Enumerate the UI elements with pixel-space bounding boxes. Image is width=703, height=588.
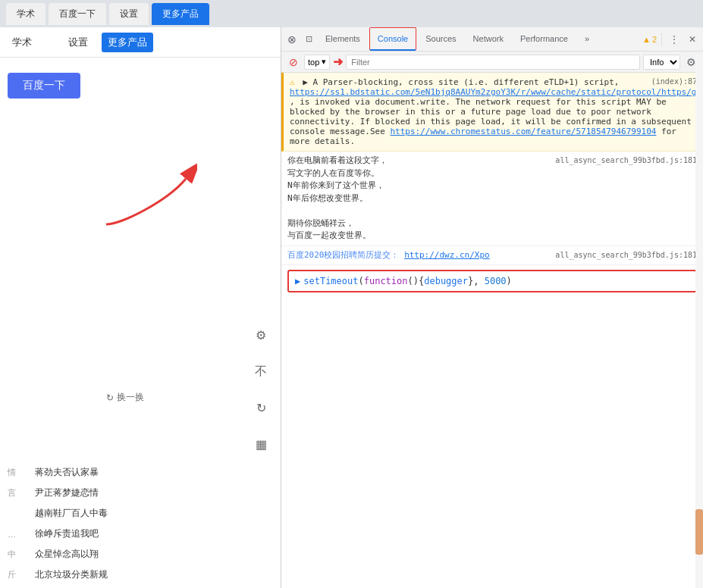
settings-icon-btn[interactable]: ⚙ [249, 323, 273, 347]
news-tag-0: 情 [8, 467, 29, 478]
log-level-select[interactable]: Info [643, 55, 680, 70]
news-title-4: 众星悼念高以翔 [35, 548, 273, 561]
devtools-scrollbar-thumb[interactable] [695, 509, 703, 555]
header-divider [661, 33, 662, 45]
baidu-search-button[interactable]: 百度一下 [8, 73, 80, 99]
console-output: ⚠ (index):87 ▶ A Parser-blocking, cross … [281, 73, 703, 588]
devtools-panel: ⊗ ⊡ Elements Console Sources Network Per… [281, 27, 703, 588]
news-list: 情 蒋劲夫否认家暴 言 尹正蒋梦婕恋情 越南鞋厂百人中毒 … 徐峥斥责追我吧 中 [0, 459, 281, 588]
devtools-menu-icon[interactable]: ⋮ [667, 32, 682, 47]
tab-academic[interactable]: 学术 [6, 3, 46, 25]
debugger-keyword: debugger [424, 276, 468, 286]
page-nav-more[interactable]: 更多产品 [102, 33, 153, 52]
context-dropdown-icon: ▾ [322, 57, 326, 67]
devtools-header-icons: ▲ 2 ⋮ ✕ [642, 32, 700, 47]
devtools-tab-elements[interactable]: Elements [318, 27, 368, 51]
tab-settings[interactable]: 设置 [109, 3, 149, 25]
warning-triangle-icon: ▲ [642, 35, 651, 44]
console-text-baidu-recruit: all_async_search_99b3fbd.js:181 百度2020校园… [281, 246, 703, 266]
news-item-4[interactable]: 中 众星悼念高以翔 [0, 544, 281, 565]
news-title-0: 蒋劲夫否认家暴 [35, 466, 273, 479]
main-area: 学术 设置 更多产品 百度一下 ⚙ 不 ↻ ▦ ☐ [0, 27, 703, 588]
news-tag-3: … [8, 530, 29, 539]
refresh-label[interactable]: ↻ 换一换 [106, 391, 144, 404]
settimeout-keyword: setTimeout [303, 276, 358, 286]
page-nav-blank[interactable] [46, 39, 55, 45]
search-area: 百度一下 [0, 58, 281, 106]
qr-icon-btn[interactable]: ▦ [249, 432, 273, 456]
context-value: top [308, 58, 319, 67]
page-nav: 学术 设置 更多产品 [0, 27, 281, 58]
up-arrow-icon-btn[interactable]: 不 [249, 359, 273, 383]
news-title-1: 尹正蒋梦婕恋情 [35, 486, 273, 499]
warning-icon: ⚠ [290, 77, 295, 87]
news-tag-4: 中 [8, 549, 29, 560]
console-prompt-icon: ▶ [295, 276, 300, 286]
console-command-line: ▶ setTimeout(function(){debugger}, 5000) [295, 276, 689, 286]
news-tag-1: 言 [8, 487, 29, 499]
news-tag-5: 斤 [8, 569, 29, 580]
filter-arrow-indicator: ➜ [333, 55, 343, 69]
news-item-0[interactable]: 情 蒋劲夫否认家暴 [0, 462, 281, 483]
browser-tab-bar: 学术 百度一下 设置 更多产品 [0, 0, 703, 27]
recruit-source-link[interactable]: all_async_search_99b3fbd.js:181 [555, 249, 697, 261]
console-filter-input[interactable] [346, 55, 640, 70]
bdstatic-link[interactable]: https://ss1.bdstatic.com/5eN1bjq8AAUYm2z… [290, 87, 703, 97]
refresh-circle-icon: ↻ [106, 393, 114, 403]
news-item-5[interactable]: 斤 北京垃圾分类新规 [0, 565, 281, 585]
timeout-number: 5000 [485, 276, 507, 286]
news-title-5: 北京垃圾分类新规 [35, 568, 273, 581]
devtools-undock-icon[interactable]: ⊡ [301, 32, 316, 47]
console-command-text[interactable]: setTimeout(function(){debugger}, 5000) [303, 276, 512, 286]
poem-lines: 你在电脑前看着这段文字， 写文字的人在百度等你。 N年前你来到了这个世界， N年… [287, 155, 697, 242]
red-arrow-indicator [61, 164, 197, 239]
page-nav-settings[interactable]: 设置 [64, 33, 93, 52]
news-item-1[interactable]: 言 尹正蒋梦婕恋情 [0, 483, 281, 503]
warning-text: ▶ A Parser-blocking, cross site (i.e. di… [303, 77, 619, 87]
chromestatus-link[interactable]: https://www.chromestatus.com/feature/571… [390, 127, 656, 136]
devtools-scrollbar-track [695, 55, 703, 588]
devtools-controls-bar: ⊘ top ▾ ➜ Info ⚙ [281, 52, 703, 73]
function-keyword: function [364, 276, 408, 286]
tab-baidu[interactable]: 百度一下 [49, 3, 106, 25]
settimeout-command-box: ▶ setTimeout(function(){debugger}, 5000) [287, 270, 697, 292]
recruit-link[interactable]: http://dwz.cn/Xpo [404, 250, 490, 260]
news-title-2: 越南鞋厂百人中毒 [35, 507, 273, 520]
context-selector[interactable]: top ▾ [304, 55, 330, 70]
refresh-icon-btn[interactable]: ↻ [249, 396, 273, 420]
news-title-3: 徐峥斥责追我吧 [35, 527, 273, 540]
clear-console-icon[interactable]: ⊘ [286, 55, 301, 70]
tab-more-products[interactable]: 更多产品 [152, 3, 209, 25]
console-warning-message: ⚠ (index):87 ▶ A Parser-blocking, cross … [281, 73, 703, 152]
devtools-tab-network[interactable]: Network [466, 27, 511, 51]
news-item-2[interactable]: 越南鞋厂百人中毒 [0, 503, 281, 524]
warning-count-badge: ▲ 2 [642, 35, 657, 44]
devtools-tab-sources[interactable]: Sources [418, 27, 463, 51]
page-nav-academic[interactable]: 学术 [8, 33, 36, 52]
console-text-poem: all_async_search_99b3fbd.js:181 你在电脑前看着这… [281, 152, 703, 246]
devtools-tab-more[interactable]: » [577, 27, 597, 51]
warning-count-number: 2 [652, 35, 657, 44]
devtools-header: ⊗ ⊡ Elements Console Sources Network Per… [281, 27, 703, 52]
page-content: 学术 设置 更多产品 百度一下 ⚙ 不 ↻ ▦ ☐ [0, 27, 281, 588]
devtools-tab-console[interactable]: Console [369, 27, 416, 51]
warning-source-link[interactable]: (index):87 [651, 77, 697, 86]
poem-source-link[interactable]: all_async_search_99b3fbd.js:181 [555, 155, 697, 166]
devtools-tab-performance[interactable]: Performance [513, 27, 576, 51]
recruit-text: 百度2020校园招聘简历提交： [287, 250, 400, 260]
news-section: 情 蒋劲夫否认家暴 言 尹正蒋梦婕恋情 越南鞋厂百人中毒 … 徐峥斥责追我吧 中 [0, 459, 281, 588]
search-box-row: 百度一下 [8, 73, 80, 99]
devtools-close-icon[interactable]: ⊗ [284, 32, 300, 47]
devtools-close-btn[interactable]: ✕ [685, 32, 700, 47]
news-item-3[interactable]: … 徐峥斥责追我吧 [0, 524, 281, 544]
